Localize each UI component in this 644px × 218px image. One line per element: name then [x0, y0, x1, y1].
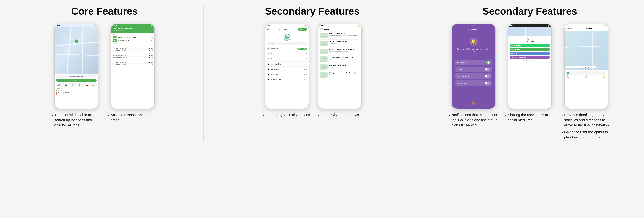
phone3-city-row[interactable]: 🏙San Francisco1272: [265, 62, 308, 67]
phone1-bullet1: The user will be able to search up locat…: [52, 112, 101, 128]
phone4-articles-list: 📰Making Scooters UsableAll the great fea…: [318, 32, 362, 79]
phone6-eta-time: 10:27 PM: [526, 41, 534, 43]
phone1-mode-5[interactable]: 🚗: [84, 83, 90, 87]
phone2-timetable: 119Metrotown Station12:06 AM119Metrotown…: [111, 45, 154, 66]
phone3-city-row[interactable]: 🏙Salt Lake City1281: [265, 67, 308, 72]
phone1-trip2[interactable]: Service Information: [56, 92, 96, 93]
phone6-email-button[interactable]: ✉️ Email: [510, 52, 550, 55]
phone4-status-bar: 3:22 🔋: [318, 24, 362, 27]
phone2-timetable-row[interactable]: N19Downtown Nightbus1:22 AM: [111, 52, 154, 54]
phone5-toggle-row-4[interactable]: System Settings: [455, 80, 492, 86]
phone3-search-icon: 🔍: [269, 43, 270, 44]
phone2-route2-num: N19: [113, 40, 117, 42]
phone1-road-v2: [82, 27, 83, 74]
phone2-timetable-row[interactable]: 119Metrotown Station12:06 AM: [111, 45, 154, 47]
phone6-bullets: Sharing the user's ETA to social mediums…: [505, 112, 555, 124]
phone5-toggle-row-2[interactable]: Go Alerts: [455, 67, 492, 72]
phone2-timetable-row[interactable]: N19Downtown Nightbus1:52 AM: [111, 54, 154, 57]
phone4-news-item[interactable]: 📰Pick 'Main Roads' for your walk route 🚶…: [318, 55, 362, 63]
phone2-timetable-row[interactable]: N19Downtown Nightbus2:22 AM: [111, 57, 154, 59]
phone3-screen: 1:35 🔋 ✕ Pick City Next City 🌍: [265, 24, 308, 109]
phone5-toggle1[interactable]: [485, 61, 490, 64]
phone1-wifi-icon: ▲: [89, 25, 90, 27]
phone1-bullets: The user will be able to search up locat…: [52, 112, 101, 129]
phone4-battery: 🔋: [358, 25, 359, 27]
phone5-toggle-row-3[interactable]: Live Status Alerts: [455, 74, 492, 79]
phone6-whatsapp-button[interactable]: 💬 WhatsApp: [510, 44, 550, 47]
phone4-news-item[interactable]: 📰Oh, 2021: The Things we did.A year in r…: [318, 40, 362, 48]
phone5-status-bar: 3:22 🔋: [469, 24, 478, 27]
phone7-close-icon[interactable]: ×: [605, 28, 606, 30]
phone3-next-button[interactable]: Next City: [298, 28, 307, 31]
phone5-toggle2[interactable]: [485, 68, 490, 71]
phone3-city-row[interactable]: 🏙Portland413: [265, 56, 308, 62]
phone1-signal-icon: ●●●: [91, 25, 94, 27]
phone5-toggle4[interactable]: [485, 82, 490, 85]
phone4-news-title: Citymapper now covers ALL of Taiwan 🎉: [329, 72, 360, 74]
phone3-city-name: Portland: [272, 58, 277, 60]
phone2-route-row-1[interactable]: 119 Kingsway To Metrotown Station 8 min: [111, 36, 154, 39]
phone4-news-item[interactable]: 📰Making Scooters UsableAll the great fea…: [318, 32, 362, 40]
phone1-mode-4[interactable]: 🚶: [76, 83, 83, 87]
phone2-route-row-2[interactable]: N19 Metrotown Station 83 min: [111, 39, 154, 42]
phone6-eta-label: I will arrive at: [510, 39, 550, 41]
phone1-mode-6[interactable]: 🛴: [90, 83, 96, 87]
phone7-stats-row: 🚶 Walk 🕐 Time ⚡ Speed: [566, 75, 606, 78]
phone6-messages-button[interactable]: 💬 Messages: [510, 48, 550, 51]
core-phones-row: 9:44 ▲ ●●● 🔋: [52, 24, 158, 129]
phone1-trip3[interactable]: Service Information: [56, 93, 96, 95]
phone3-search-bar[interactable]: 🔍 Search: [267, 42, 307, 45]
phone3-city-icon: 🏙: [267, 52, 270, 56]
phone4-news-item[interactable]: 📰Citymapper in your Ear 🎧Let us guide yo…: [318, 63, 362, 71]
phone1-road-v1: [66, 27, 72, 74]
phone4-news-thumb: 📰: [320, 33, 328, 38]
phone3-city-row[interactable]: 🏙Las Vegas1585: [265, 72, 308, 77]
phone4-time: 3:22: [320, 25, 324, 27]
phone3-city-row[interactable]: 🏙Los Angeles &1730: [265, 77, 308, 82]
phone6-battery: 🔋: [548, 25, 549, 27]
timetable-route: 119: [113, 50, 115, 51]
phone3-close-icon[interactable]: ✕: [267, 28, 269, 31]
timetable-stop: Metrotown Station: [116, 62, 147, 63]
phone2-timetable-row[interactable]: 119Metrotown Station5:38 AM: [111, 59, 154, 61]
phone2-timetable-row[interactable]: 119Metrotown Station1:06 AM: [111, 50, 154, 52]
timetable-time: 6:16 AM: [148, 64, 152, 65]
phone3-city-icon: 🏙: [267, 67, 270, 71]
phone7-header: 13 / 6:38 Journey ×: [565, 27, 608, 31]
phone6-clipboard-button[interactable]: 📋 Copy to Clipboard: [510, 56, 550, 59]
phone1-trip3-label: Service Information: [58, 93, 69, 95]
phone2-route2-unit: min: [150, 40, 152, 42]
phone6-email-icon: ✉️: [511, 53, 513, 54]
phone2-timetable-row[interactable]: 119Metrotown Station6:01 AM: [111, 61, 154, 64]
phone1-mode-3[interactable]: 🚲: [70, 83, 76, 87]
phone1-search-bar[interactable]: Get Me Somewhere: [56, 75, 96, 78]
timetable-route: 119: [113, 64, 115, 65]
phone1-trip1[interactable]: To Brazil: [56, 90, 96, 91]
phone2-timetable-row[interactable]: 119Metrotown Station6:16 AM: [111, 64, 154, 66]
phone5-toggle-row-1[interactable]: Turn On Now: [455, 60, 492, 65]
timetable-stop: Downtown Nightbus: [116, 55, 147, 56]
phone3-city-row[interactable]: 🏙Seattle184: [265, 51, 308, 56]
phone4-screen: 3:22 🔋 📰 News 📰Making Scooters UsableAll…: [318, 24, 362, 109]
phone7-direction-text: Walk North on Salma Avenue: [570, 72, 586, 74]
phone1-bottom-panel: Get Me Somewhere Get Me Home 🚌 🚇 🚲 🚶 🚗 🛴: [55, 74, 98, 96]
phone3-city-row[interactable]: 🏙VancouverYou are here!: [265, 46, 308, 51]
phone7-stat2-label: Time: [584, 77, 587, 78]
phone2-timetable-row[interactable]: 119Metrotown Station12:34 AM: [111, 47, 154, 50]
phone2-bullets: Accurate transportation times.: [108, 112, 158, 124]
phone3-city-left: 🏙Portland: [267, 57, 277, 61]
phone5-bullet1: Notifications that tell the user the 'Go…: [449, 112, 498, 128]
timetable-time: 12:06 AM: [147, 45, 152, 47]
phone5-toggle3[interactable]: [485, 75, 490, 78]
phone1-mode-1[interactable]: 🚌: [56, 83, 62, 87]
phone4-news-item[interactable]: 📰Citymapper now covers ALL of Taiwan 🎉Th…: [318, 71, 362, 79]
phone4-news-item[interactable]: 📰Sync your calendar with Citymapper 📅hel…: [318, 48, 362, 55]
phone3-city-left: 🏙Vancouver: [267, 47, 278, 50]
phone1-home-button[interactable]: Get Me Home: [56, 79, 96, 82]
phone1-mode-2[interactable]: 🚇: [63, 83, 69, 87]
phone5-back-icon[interactable]: ‹: [454, 28, 455, 31]
phone2-back-icon[interactable]: ‹: [113, 29, 114, 31]
phone6-more-options[interactable]: More Sharing Options ...: [510, 60, 550, 61]
phone5-header-bar: ‹ Notifications: [452, 27, 495, 32]
phone3-bullets: Interchangeable city options.: [263, 112, 311, 120]
